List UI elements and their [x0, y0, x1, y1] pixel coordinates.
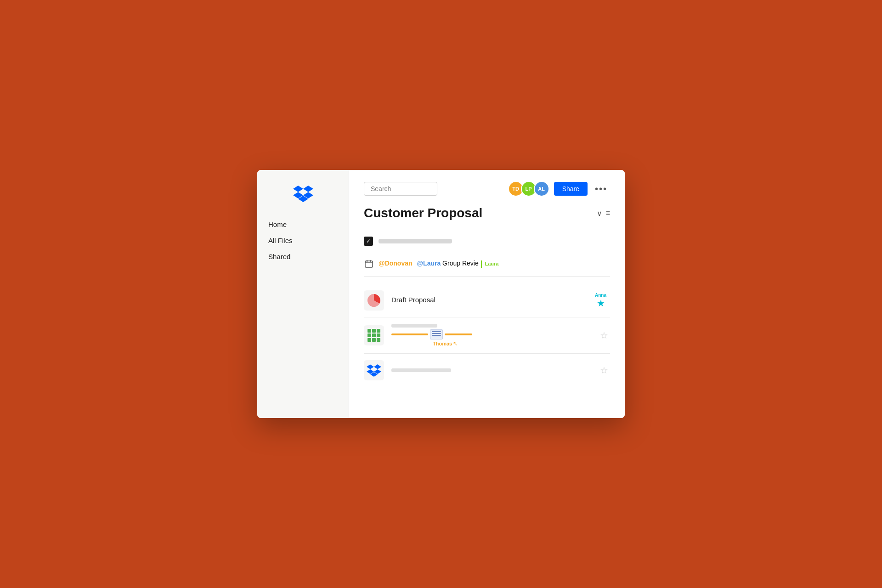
task-row: ✓: [364, 237, 610, 252]
file-info-spreadsheet: Thomas ↖: [391, 324, 598, 347]
file-row-dropbox: ☆: [364, 354, 610, 387]
dropbox-logo: [268, 185, 338, 202]
main-content: TD LP AL Share ••• Customer Proposal ∨ ≡…: [349, 170, 625, 418]
anna-area: Anna ★: [595, 293, 606, 309]
edit-bar-2: [445, 334, 472, 335]
chevron-down-icon: ∨: [597, 209, 602, 218]
file-icon-pie: [364, 290, 384, 311]
avatar-al: AL: [534, 181, 549, 197]
file-meta-bar-dropbox: [391, 368, 451, 372]
title-actions[interactable]: ∨ ≡: [597, 209, 610, 218]
star-filled-icon[interactable]: ★: [597, 298, 605, 309]
thomas-label-row: Thomas ↖: [391, 340, 598, 347]
file-row: Draft Proposal Anna ★: [364, 284, 610, 317]
cursor-user-label: Laura: [485, 261, 498, 266]
search-input[interactable]: [364, 182, 437, 196]
anna-label: Anna: [595, 293, 606, 298]
sidebar-item-all-files[interactable]: All Files: [268, 237, 338, 244]
editing-indicator: [391, 329, 598, 339]
doc-line: [432, 335, 441, 336]
mention-row: @Donovan @Laura Group Revie Laura: [364, 259, 610, 277]
star-button-dropbox[interactable]: ☆: [598, 363, 610, 378]
doc-line: [432, 333, 441, 334]
file-row-spreadsheet: Thomas ↖ ☆: [364, 317, 610, 354]
content-area: ✓ @Donovan @Laura Group Revi: [364, 229, 610, 387]
file-list: Draft Proposal Anna ★: [364, 284, 610, 387]
file-info: Draft Proposal: [391, 296, 595, 305]
edit-bar-1: [391, 334, 428, 335]
file-meta-bar: [391, 324, 437, 328]
cursor-line: [481, 260, 482, 268]
file-name: Draft Proposal: [391, 296, 595, 304]
title-row: Customer Proposal ∨ ≡: [364, 206, 610, 220]
task-checkbox[interactable]: ✓: [364, 237, 373, 246]
mention-body: Group Revie: [442, 260, 479, 267]
mention-laura: @Laura: [417, 260, 441, 267]
mention-text: @Donovan @Laura Group Revie Laura: [379, 260, 498, 267]
cursor-arrow-icon: ↖: [453, 340, 458, 347]
avatar-group: TD LP AL: [508, 181, 549, 197]
sidebar-item-shared[interactable]: Shared: [268, 253, 338, 260]
sidebar-item-home[interactable]: Home: [268, 220, 338, 228]
sidebar-nav: Home All Files Shared: [268, 220, 338, 269]
file-icon-grid: [364, 325, 384, 345]
task-text-placeholder: [379, 239, 452, 243]
app-window: Home All Files Shared TD LP AL Share •••…: [257, 170, 625, 418]
doc-line: [432, 331, 441, 332]
page-title: Customer Proposal: [364, 206, 482, 220]
sidebar: Home All Files Shared: [257, 170, 349, 418]
star-button-spreadsheet[interactable]: ☆: [598, 328, 610, 343]
header-bar: TD LP AL Share •••: [364, 181, 610, 197]
svg-rect-0: [365, 261, 373, 267]
grid-icon: [368, 329, 380, 342]
doc-lines-icon: [430, 329, 443, 339]
more-options-button[interactable]: •••: [592, 182, 610, 196]
file-icon-dropbox: [364, 360, 384, 380]
mention-donovan: @Donovan: [379, 260, 413, 267]
thomas-label: Thomas: [433, 341, 452, 346]
file-info-dropbox: [391, 368, 598, 372]
share-button[interactable]: Share: [554, 182, 588, 196]
checkmark-icon: ✓: [366, 238, 371, 244]
header-right: TD LP AL Share •••: [508, 181, 610, 197]
calendar-icon: [364, 259, 374, 269]
menu-icon: ≡: [606, 209, 610, 217]
